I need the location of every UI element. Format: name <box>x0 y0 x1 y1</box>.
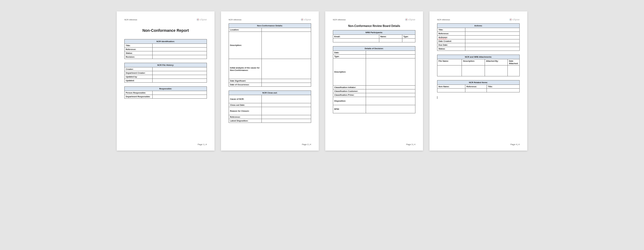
document-title: Non-Conformance Report <box>124 28 207 33</box>
col-type: Type: <box>402 35 415 39</box>
page-footer: Page 1 | 4 <box>124 143 207 146</box>
nonconformance-details-header: Non-Conformance Details: <box>229 24 311 28</box>
details-of-decision-table: Details of Decision: Date: Type: Descrip… <box>333 46 415 113</box>
page-body: Non-Conformance Review Board Details NRB… <box>333 23 415 143</box>
page-3: NCR reference: clipse Non-Conformance Re… <box>325 11 423 151</box>
value-person-responsible <box>153 91 207 95</box>
value-location <box>262 28 311 32</box>
col-email: Email: <box>333 35 379 39</box>
label-updated-by: Updated by: <box>125 75 153 79</box>
logo-text: clipse <box>200 18 207 21</box>
ncr-closeout-header: NCR Close-out: <box>229 91 311 95</box>
col-rel-title: Title: <box>487 85 519 89</box>
ncr-closeout-table: NCR Close-out: Cause of NCR: Close-out D… <box>229 90 311 123</box>
responsible-header: Responsible: <box>125 87 207 91</box>
label-reference: Reference: <box>125 48 153 51</box>
page-footer: Page 2 | 4 <box>229 143 311 146</box>
cell-date-attached <box>508 65 520 76</box>
page-header: NCR reference: clipse <box>437 17 520 22</box>
value-dec-description <box>366 58 415 86</box>
page-header: NCR reference: clipse <box>229 17 311 22</box>
actionee-text: Actionee <box>438 36 447 39</box>
cell-item-name <box>437 89 465 92</box>
value-class-initiator <box>366 86 415 89</box>
cell-email <box>333 39 379 42</box>
label-location: Location: <box>229 28 262 32</box>
value-status <box>153 51 207 55</box>
cell-rel-title <box>487 89 519 92</box>
label-dept-responsible: Department Responsible: <box>125 95 153 99</box>
label-actionee: Actionee: <box>437 36 465 39</box>
label-date-created: Date Created: <box>437 39 465 43</box>
cell-attached-by <box>485 65 508 76</box>
label-dec-description: Description: <box>333 58 366 86</box>
value-dec-date <box>366 51 415 55</box>
text-cursor <box>437 96 520 99</box>
cell-att-description <box>462 65 485 76</box>
label-updated: Updated: <box>125 79 153 83</box>
value-dec-type <box>366 55 415 58</box>
attachments-header: NCR and NRB Attachments: <box>437 55 520 59</box>
label-date-significant: Date Significant: <box>229 79 262 83</box>
nrb-participants-header: NRB Participants: <box>333 30 415 35</box>
value-class-prime <box>366 93 415 97</box>
attachments-table: NCR and NRB Attachments: File Name: Desc… <box>437 55 520 76</box>
value-disposition <box>366 97 415 105</box>
logo: clipse <box>509 18 520 21</box>
nrb-section-title: Non-Conformance Review Board Details <box>333 24 415 27</box>
related-items-header: NCR Related Items: <box>437 80 520 85</box>
label-rfw: RFW: <box>333 105 366 113</box>
page-2: NCR reference: clipse Non-Conformance De… <box>221 11 319 151</box>
page-footer: Page 4 | 4 <box>437 143 520 146</box>
page-4: NCR reference: clipse Actions: Title: Re… <box>430 11 527 151</box>
value-dept-responsible <box>153 95 207 99</box>
label-creator: Creator: <box>125 67 153 71</box>
value-updated-by <box>153 75 207 79</box>
ncr-file-history-table: NCR File History: Creator: Department Cr… <box>124 63 207 83</box>
value-dept-creator <box>153 71 207 75</box>
value-latest-disposition <box>262 119 311 123</box>
label-dec-type: Type: <box>333 55 366 58</box>
col-rel-reference: Reference: <box>465 85 487 89</box>
label-class-customer: Classification Customer: <box>333 89 366 93</box>
value-date-created <box>465 39 520 43</box>
page-body: Non-Conformance Report NCR Identificatio… <box>124 23 207 143</box>
ncr-identification-table: NCR Identification: Title: Reference: St… <box>124 39 207 59</box>
related-items-table: NCR Related Items: Item Name: Reference:… <box>437 80 520 92</box>
label-latest-disposition: Latest Disposition: <box>229 119 262 123</box>
cell-name <box>379 39 402 42</box>
label-reason-closure: Reason for Closure: <box>229 107 262 115</box>
logo: clipse <box>301 18 311 21</box>
col-att-description: Description: <box>462 59 485 65</box>
value-action-title <box>465 28 520 32</box>
cell-type <box>402 39 415 42</box>
label-title: Title: <box>125 44 153 48</box>
label-action-status: Status: <box>437 47 465 51</box>
actions-header: Actions: <box>437 24 520 28</box>
value-closeout-reference <box>262 115 311 119</box>
ncr-reference-label: NCR reference: <box>333 19 346 21</box>
value-reason-closure <box>262 107 311 115</box>
value-due-date <box>465 43 520 47</box>
page-body: Actions: Title: Reference: Actionee: Dat… <box>437 23 520 143</box>
ncr-identification-header: NCR Identification: <box>125 39 207 44</box>
value-date-significant <box>262 79 311 83</box>
label-dec-date: Date: <box>333 51 366 55</box>
value-class-customer <box>366 89 415 93</box>
logo-icon <box>197 18 199 21</box>
details-of-decision-header: Details of Decision: <box>333 46 415 51</box>
label-action-title: Title: <box>437 28 465 32</box>
label-closeout-date: Close-out Date: <box>229 103 262 107</box>
cell-rel-reference <box>465 89 487 92</box>
value-actionee <box>465 36 520 39</box>
label-due-date: Due Date: <box>437 43 465 47</box>
logo: clipse <box>405 18 415 21</box>
page-body: Non-Conformance Details: Location: Descr… <box>229 23 311 143</box>
label-person-responsible: Person Responsible: <box>125 91 153 95</box>
col-attached-by: Attached By: <box>485 59 508 65</box>
value-rfw <box>366 105 415 113</box>
ncr-file-history-header: NCR File History: <box>125 63 207 67</box>
page-header: NCR reference: clipse <box>333 17 415 22</box>
col-name: Name: <box>379 35 402 39</box>
value-title <box>153 44 207 48</box>
